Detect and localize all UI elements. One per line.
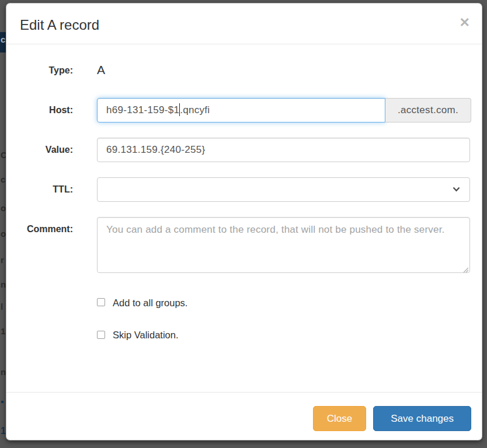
modal-body: Type: A Host: h69-131-159-$1.qncyfi .acc… [6,44,482,392]
edit-a-record-modal: Edit A record ✕ Type: A Host: h69-131-15… [6,3,482,440]
skip-validation-row: Skip Validation. [97,330,482,340]
comment-row: Comment: [6,217,482,275]
close-icon[interactable]: ✕ [460,16,470,29]
type-label: Type: [6,61,73,76]
save-changes-button[interactable]: Save changes [373,406,471,431]
value-input[interactable] [97,138,470,162]
modal-header: Edit A record ✕ [6,4,482,44]
ttl-label: TTL: [6,177,73,195]
host-input-text-before-caret: h69-131-159-$1 [106,104,179,116]
value-row: Value: [6,138,482,162]
comment-textarea[interactable] [97,217,470,273]
modal-footer: Close Save changes [6,392,482,440]
background-page-fragment: l [1,302,3,311]
background-page-fragment: ▪ [1,397,4,407]
skip-validation-checkbox[interactable] [97,331,105,339]
background-page-fragment: n [1,368,6,376]
value-label: Value: [6,138,73,155]
background-page-fragment: n [1,280,6,289]
host-input[interactable]: h69-131-159-$1.qncyfi [97,98,385,123]
chevron-down-icon [453,187,460,192]
host-input-text-after-caret: .qncyfi [180,104,210,116]
ttl-row: TTL: [6,177,482,202]
background-page-fragment: c [1,35,5,44]
type-value: A [97,61,470,77]
close-button[interactable]: Close [313,406,366,431]
type-row: Type: A [6,61,482,77]
host-domain-addon: .acctest.com. [385,98,471,123]
ttl-select[interactable] [97,177,470,202]
modal-title: Edit A record [20,18,468,33]
add-to-all-groups-label: Add to all groups. [113,298,187,308]
skip-validation-label: Skip Validation. [113,330,179,340]
add-to-all-groups-checkbox[interactable] [97,298,105,306]
host-label: Host: [6,98,73,116]
host-row: Host: h69-131-159-$1.qncyfi .acctest.com… [6,98,482,123]
comment-label: Comment: [6,217,73,235]
add-to-all-groups-row: Add to all groups. [97,298,482,308]
background-page-fragment: r [1,256,4,264]
